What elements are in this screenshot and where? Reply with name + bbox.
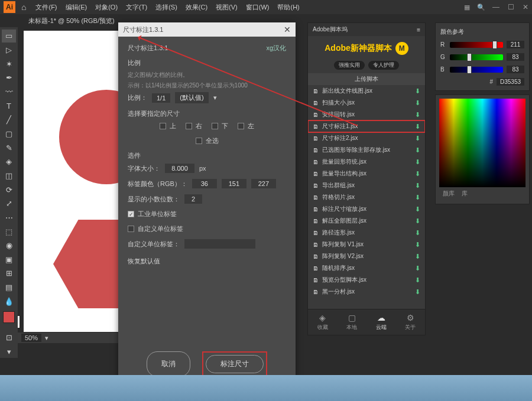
download-icon[interactable]: ⬇ (415, 135, 420, 142)
color-picker-area[interactable] (439, 99, 525, 187)
document-tab[interactable]: 未标题-1* @ 50% (RGB/预览) (24, 15, 119, 27)
b-slider[interactable] (450, 67, 503, 73)
script-list-item[interactable]: 🗎标注尺寸缩放.jsx⬇ (308, 203, 425, 215)
custom-unit-input[interactable] (184, 239, 255, 249)
selection-tool[interactable]: ▭ (2, 30, 16, 43)
tab-about[interactable]: ⚙关于 (405, 313, 416, 331)
script-list-item[interactable]: 🗎批量导出结构.jsx⬇ (308, 168, 425, 180)
script-list-item[interactable]: 🗎符格切片.jsx⬇ (308, 191, 425, 203)
download-icon[interactable]: ⬇ (415, 182, 420, 190)
chk-bottom[interactable]: 下 (212, 122, 228, 131)
arrange-docs-icon[interactable]: ▦ (464, 4, 470, 11)
decimals-input[interactable] (184, 194, 202, 204)
download-icon[interactable]: ⬇ (415, 170, 420, 178)
download-icon[interactable]: ⬇ (415, 253, 420, 260)
download-icon[interactable]: ⬇ (415, 217, 420, 225)
ratio-select[interactable]: 1/1 (152, 93, 170, 103)
panel-menu-icon[interactable]: ≡ (417, 27, 420, 33)
home-icon[interactable]: ⌂ (21, 2, 26, 12)
download-icon[interactable]: ⬇ (415, 87, 420, 95)
menu-window[interactable]: 窗口(W) (242, 2, 273, 13)
tab-cloud[interactable]: ☁云端 (376, 313, 387, 331)
red-hexagon-shape[interactable] (53, 220, 118, 308)
perspective-tool[interactable]: ▣ (2, 253, 16, 266)
eraser-tool[interactable]: ◫ (2, 169, 16, 182)
gradient-tool[interactable]: ▤ (2, 281, 16, 294)
scale-tool[interactable]: ⤢ (2, 197, 16, 210)
download-icon[interactable]: ⬇ (415, 241, 420, 249)
chk-custom-units[interactable]: 自定义单位标签 (128, 224, 183, 233)
cancel-button[interactable]: 取消 (147, 351, 190, 377)
script-list-item[interactable]: 🗎导出群组.jsx⬇ (308, 180, 425, 191)
download-icon[interactable]: ⬇ (415, 123, 420, 131)
hex-value[interactable]: D35353 (497, 78, 524, 86)
scripts-list[interactable]: 🗎新出线文件线图.jsx⬇🗎扫描大小.jsx⬇🗎安排回转.jsx⬇🗎尺寸标注1.… (308, 85, 425, 309)
b-value[interactable]: 83 (507, 66, 524, 73)
tab-local[interactable]: ▢本地 (346, 313, 357, 331)
download-icon[interactable]: ⬇ (415, 265, 420, 272)
eyedropper-tool[interactable]: 💧 (2, 295, 16, 308)
script-list-item[interactable]: 🗎安排回转.jsx⬇ (308, 109, 425, 120)
fill-stroke-swatch[interactable] (3, 311, 15, 323)
script-list-item[interactable]: 🗎路径连形.jsx⬇ (308, 227, 425, 239)
r-value[interactable]: 211 (507, 41, 524, 48)
screen-mode-tool[interactable]: ⊡ (2, 331, 16, 344)
color-b-input[interactable] (251, 179, 276, 188)
zoom-value[interactable]: 50% (21, 334, 41, 342)
download-icon[interactable]: ⬇ (415, 146, 420, 154)
script-list-item[interactable]: 🗎扫描大小.jsx⬇ (308, 97, 425, 109)
download-icon[interactable]: ⬇ (415, 276, 420, 284)
direct-selection-tool[interactable]: ▷ (2, 44, 16, 57)
menu-effect[interactable]: 效果(C) (182, 2, 211, 13)
chk-top[interactable]: 上 (160, 122, 176, 131)
menu-help[interactable]: 帮助(H) (274, 2, 303, 13)
script-list-item[interactable]: 🗎预览分型脚本.jsx⬇ (308, 274, 425, 286)
script-list-item[interactable]: 🗎批量回形符统.jsx⬇ (308, 156, 425, 168)
rectangle-tool[interactable]: ▢ (2, 128, 16, 141)
zoom-dropdown-icon[interactable]: ▾ (45, 334, 48, 342)
download-icon[interactable]: ⬇ (415, 206, 420, 213)
menu-edit[interactable]: 编辑(E) (62, 2, 91, 13)
pen-tool[interactable]: ✒ (2, 71, 16, 84)
red-circle-shape[interactable] (59, 90, 118, 184)
download-icon[interactable]: ⬇ (415, 99, 420, 107)
pill-2[interactable]: 专人护理 (368, 61, 399, 70)
color-g-input[interactable] (222, 179, 246, 188)
menu-view[interactable]: 视图(V) (212, 2, 241, 13)
rotate-tool[interactable]: ⟳ (2, 183, 16, 196)
ok-button[interactable]: 标注尺寸 (206, 355, 264, 373)
menu-object[interactable]: 对象(O) (92, 2, 121, 13)
download-icon[interactable]: ⬇ (415, 194, 420, 201)
chk-select-all[interactable]: 全选 (196, 136, 219, 145)
picker-tab-swatches[interactable]: 颜库 (443, 190, 455, 198)
chk-left[interactable]: 左 (238, 122, 254, 131)
mesh-tool[interactable]: ⊞ (2, 267, 16, 280)
dialog-close-button[interactable]: ✕ (284, 25, 291, 34)
script-list-item[interactable]: 🗎阵列复制 V1.jsx⬇ (308, 239, 425, 250)
maximize-button[interactable]: ☐ (508, 3, 514, 11)
line-tool[interactable]: ╱ (2, 113, 16, 126)
font-size-input[interactable] (165, 164, 194, 173)
magic-wand-tool[interactable]: ✶ (2, 57, 16, 70)
script-list-item[interactable]: 🗎已选图形等除主部存放.jsx⬇ (308, 144, 425, 156)
download-icon[interactable]: ⬇ (415, 111, 420, 119)
close-button[interactable]: ✕ (523, 3, 528, 11)
download-icon[interactable]: ⬇ (415, 158, 420, 166)
script-list-item[interactable]: 🗎黑一分村.jsx⬇ (308, 286, 425, 298)
menu-select[interactable]: 选择(S) (152, 2, 181, 13)
chk-industry-units[interactable]: ✓工业单位标签 (128, 210, 177, 219)
script-list-item[interactable]: 🗎解压全部图层.jsx⬇ (308, 215, 425, 227)
chk-right[interactable]: 右 (186, 122, 202, 131)
menu-file[interactable]: 文件(F) (32, 2, 60, 13)
free-transform-tool[interactable]: ⬚ (2, 225, 16, 238)
picker-tab-library[interactable]: 库 (462, 190, 468, 198)
color-panel-tab[interactable]: 颜色参考 (440, 28, 524, 36)
download-icon[interactable]: ⬇ (415, 229, 420, 237)
curvature-tool[interactable]: 〰 (2, 86, 16, 99)
script-list-item[interactable]: 🗎新出线文件线图.jsx⬇ (308, 85, 425, 97)
menu-type[interactable]: 文字(T) (122, 2, 151, 13)
type-tool[interactable]: T (2, 99, 16, 112)
script-list-item[interactable]: 🗎随机排序.jsx⬇ (308, 262, 425, 274)
g-slider[interactable] (450, 54, 503, 60)
color-r-input[interactable] (192, 179, 217, 188)
